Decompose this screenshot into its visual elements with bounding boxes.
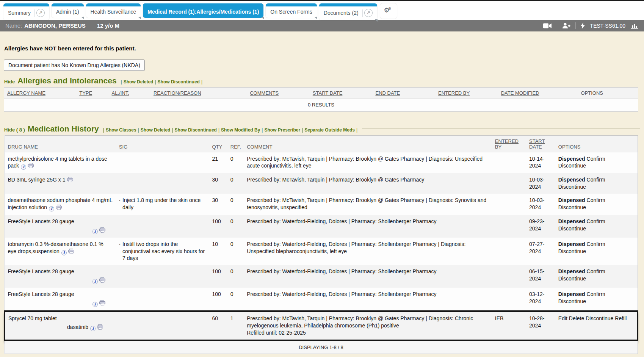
options-cell: Dispensed Confirm Discontinue xyxy=(555,173,638,194)
medication-footer-row: DISPLAYING 1-8 / 8 xyxy=(5,340,638,354)
discontinue-action-link[interactable]: Discontinue xyxy=(558,184,586,190)
medication-link-show-classes[interactable]: Show Classes xyxy=(106,127,136,133)
allergies-column-comments[interactable]: COMMENTS xyxy=(247,88,310,99)
allergies-column-type[interactable]: TYPE xyxy=(76,88,108,99)
printer-icon[interactable] xyxy=(56,205,62,212)
tab-admin-1[interactable]: Admin (1) xyxy=(52,3,84,18)
comment-text: Prescribed by: McTavish, Tarquin | Pharm… xyxy=(247,155,489,170)
options-cell: Dispensed Confirm Discontinue xyxy=(555,265,638,288)
printer-icon[interactable] xyxy=(67,177,73,184)
info-icon[interactable]: i xyxy=(92,279,98,284)
printer-icon[interactable] xyxy=(97,324,103,332)
tab-summary[interactable]: Summary↗ xyxy=(3,3,49,20)
allergies-column-al-int-[interactable]: AL./INT. xyxy=(109,88,150,99)
confirm-action-link[interactable]: Confirm xyxy=(587,197,605,203)
printer-icon[interactable] xyxy=(99,300,105,307)
printer-icon[interactable] xyxy=(99,227,105,235)
allergies-column-start-date[interactable]: START DATE xyxy=(310,88,373,99)
delete-action-link[interactable]: Delete xyxy=(569,315,584,321)
medication-link-show-modified-by[interactable]: Show Modified By xyxy=(221,127,260,133)
confirm-action-link[interactable]: Confirm xyxy=(587,268,605,274)
start-date-cell: 10-28-2024 xyxy=(526,311,555,340)
allergies-section-links: |Show Deleted|Show Discontinued| xyxy=(119,79,204,85)
divider: | xyxy=(138,127,139,133)
info-icon[interactable]: i xyxy=(90,326,96,331)
confirm-action-link[interactable]: Confirm xyxy=(587,291,605,297)
tab-medical-record-1-allergies-medications-1[interactable]: Medical Record (1):Allergies/Medications… xyxy=(143,3,263,18)
medication-link-show-deleted[interactable]: Show Deleted xyxy=(141,127,171,133)
comment-cell: Prescribed by: McTavish, Tarquin | Pharm… xyxy=(244,194,492,215)
lightning-bolt-icon[interactable] xyxy=(581,22,585,29)
tab-label: Medical Record (1):Allergies/Medications… xyxy=(147,9,259,15)
qty-cell: 100 xyxy=(209,265,227,288)
discontinue-action-link[interactable]: Discontinue xyxy=(558,248,586,254)
allergies-hide-link[interactable]: Hide xyxy=(4,79,15,85)
info-icon[interactable]: i xyxy=(61,250,67,255)
sig-text: ▪Instill two drops into the conjunctival… xyxy=(119,241,206,262)
allergies-column-reaction-reason[interactable]: REACTION/REASON xyxy=(150,88,247,99)
allergies-column-allergy-name[interactable]: ALLERGY NAME xyxy=(4,88,77,99)
nkda-button[interactable]: Document patient has No Known Drug Aller… xyxy=(4,60,145,71)
medication-section-header: Hide ( 8 ) Medication History |Show Clas… xyxy=(4,124,640,133)
info-icon[interactable]: i xyxy=(49,206,54,211)
tab-health-surveillance[interactable]: Health Surveillance xyxy=(86,3,141,18)
discontinue-action-link[interactable]: Discontinue xyxy=(558,204,586,210)
sig-cell: ▪Instill two drops into the conjunctival… xyxy=(116,238,209,265)
medication-link-show-prescriber[interactable]: Show Prescriber xyxy=(264,127,300,133)
tab-corner-fold xyxy=(261,17,264,19)
bullet-icon: ▪ xyxy=(119,197,120,211)
settings-button[interactable]: ⚙⚙ xyxy=(380,3,397,19)
allergies-column-date-modified[interactable]: DATE MODIFIED xyxy=(498,88,578,99)
medication-link-separate-outside-meds[interactable]: Separate Outside Meds xyxy=(304,127,355,133)
popout-arrow-icon[interactable]: ↗ xyxy=(36,9,45,17)
medication-column-ref-[interactable]: REF. xyxy=(227,135,244,152)
confirm-action-link[interactable]: Confirm xyxy=(587,241,605,247)
info-icon[interactable]: i xyxy=(92,229,98,234)
confirm-action-link[interactable]: Confirm xyxy=(587,218,605,224)
medication-column-start-date[interactable]: START DATE xyxy=(526,135,555,152)
allergies-column-end-date[interactable]: END DATE xyxy=(372,88,435,99)
medication-column-sig[interactable]: SIG xyxy=(116,135,209,152)
allergies-link-show-discontinued[interactable]: Show Discontinued xyxy=(158,79,200,85)
start-date-cell: 09-23-2024 xyxy=(526,215,555,238)
info-icon[interactable]: i xyxy=(21,164,26,170)
sig-cell xyxy=(116,173,209,194)
divider xyxy=(557,22,557,29)
edit-action-link[interactable]: Edit xyxy=(558,315,567,321)
medication-column-qty[interactable]: QTY xyxy=(209,135,227,152)
info-icon[interactable]: i xyxy=(92,302,98,307)
medication-column-entered-by[interactable]: ENTERED BY xyxy=(492,135,526,152)
bar-chart-icon[interactable] xyxy=(630,22,639,29)
dispensed-status: Dispensed xyxy=(558,177,585,183)
medication-link-show-discontinued[interactable]: Show Discontinued xyxy=(175,127,217,133)
medication-column-drug-name[interactable]: DRUG NAME xyxy=(5,135,116,152)
printer-icon[interactable] xyxy=(68,249,74,256)
comment-cell: Prescribed by: McTavish, Tarquin | Pharm… xyxy=(244,152,492,173)
confirm-action-link[interactable]: Confirm xyxy=(587,156,605,162)
discontinue-action-link[interactable]: Discontinue xyxy=(586,315,613,321)
comment-text: Prescribed by: Waterford-Fielding, Dolor… xyxy=(247,241,489,255)
drug-generic-name: dasatinib xyxy=(67,324,88,330)
refilled-until-text: Refilled until: 02-25-2025 xyxy=(247,329,489,337)
ref-cell: 0 xyxy=(227,152,244,173)
tab-documents-2[interactable]: Documents (2)↗ xyxy=(319,3,377,20)
allergies-link-show-deleted[interactable]: Show Deleted xyxy=(124,79,154,85)
printer-icon[interactable] xyxy=(28,163,34,170)
discontinue-action-link[interactable]: Discontinue xyxy=(558,225,586,232)
patient-name-label: Name: xyxy=(5,22,22,29)
allergies-column-entered-by[interactable]: ENTERED BY xyxy=(435,88,498,99)
refill-action-link[interactable]: Refill xyxy=(615,315,627,321)
tab-on-screen-forms[interactable]: On Screen Forms xyxy=(266,3,317,18)
medication-column-comment[interactable]: COMMENT xyxy=(244,135,492,152)
entered-by-cell xyxy=(492,152,526,173)
video-camera-icon[interactable] xyxy=(543,23,552,29)
medication-hide-link[interactable]: Hide ( 8 ) xyxy=(4,127,25,133)
discontinue-action-link[interactable]: Discontinue xyxy=(558,163,586,169)
options-cell: Dispensed Confirm Discontinue xyxy=(555,288,638,311)
discontinue-action-link[interactable]: Discontinue xyxy=(558,298,586,304)
printer-icon[interactable] xyxy=(99,277,105,285)
confirm-action-link[interactable]: Confirm xyxy=(587,177,605,183)
popout-arrow-icon[interactable]: ↗ xyxy=(364,9,373,17)
add-person-icon[interactable] xyxy=(562,22,570,29)
discontinue-action-link[interactable]: Discontinue xyxy=(558,276,586,282)
